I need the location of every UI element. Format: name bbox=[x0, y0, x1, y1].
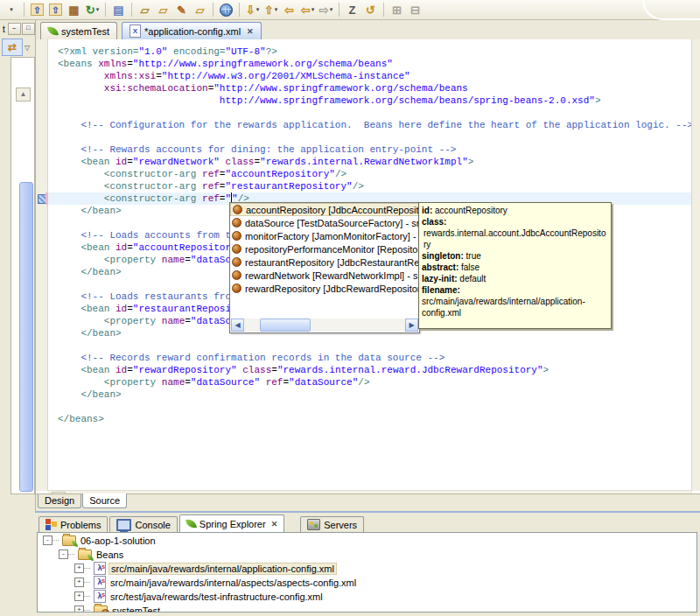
view-tab-console[interactable]: Console bbox=[109, 516, 177, 532]
tooltip-property-value: default bbox=[458, 274, 486, 284]
import-folder-button[interactable]: ▱ bbox=[136, 2, 153, 18]
close-tab-icon[interactable]: ✕ bbox=[247, 27, 254, 36]
editor-tab-systemtest[interactable]: systemTest bbox=[40, 22, 117, 39]
tree-connector bbox=[84, 596, 90, 597]
spring-explorer-tree[interactable]: -06-aop-1-solution-Beans+λSsrc/main/java… bbox=[37, 532, 697, 612]
code-token: = bbox=[185, 316, 191, 326]
vertical-scrollbar-thumb[interactable] bbox=[19, 182, 33, 492]
assist-proposal[interactable]: restaurantRepository [JdbcRestaurantRepo… bbox=[230, 256, 419, 269]
tree-item[interactable]: +systemTest bbox=[38, 604, 696, 612]
export-folder-button[interactable]: ▱ bbox=[155, 2, 172, 18]
code-token: </bean> bbox=[80, 206, 121, 216]
view-tab-spring-explorer[interactable]: Spring Explorer✕ bbox=[179, 514, 284, 532]
page-tab-design[interactable]: Design bbox=[38, 494, 81, 508]
bean-icon bbox=[232, 270, 242, 280]
assist-proposal[interactable]: rewardRepository [JdbcRewardRepository] … bbox=[230, 282, 419, 295]
toolbar-separator bbox=[24, 3, 24, 17]
form-page-button[interactable]: ▤ bbox=[110, 2, 127, 18]
collapse-toggle-icon[interactable]: - bbox=[43, 536, 52, 545]
marker-pen-button[interactable]: ✎ bbox=[173, 2, 190, 18]
expand-toggle-icon[interactable]: + bbox=[74, 592, 84, 601]
refresh-config-button[interactable]: ↺ bbox=[362, 2, 379, 18]
code-token: /> bbox=[335, 169, 346, 179]
refresh-button[interactable]: ↻▾ bbox=[84, 2, 101, 18]
minimize-view-button[interactable]: – bbox=[8, 23, 21, 35]
tree-connector bbox=[52, 540, 59, 541]
expand-toggle-icon[interactable]: + bbox=[74, 564, 84, 573]
collapse-all-button[interactable]: ⊟ bbox=[407, 2, 424, 18]
editor-tab-bar: systemTestX*application-config.xml✕ bbox=[36, 20, 700, 41]
assist-proposal[interactable]: dataSource [TestDataSourceFactory] - src… bbox=[230, 216, 419, 229]
tooltip-property-value: false bbox=[458, 262, 480, 272]
view-tab-problems[interactable]: Problems bbox=[38, 516, 108, 532]
code-token: "http://www.springframework.org/schema/b… bbox=[214, 83, 467, 94]
new-wizard-alt-button[interactable]: ⇧ bbox=[47, 2, 64, 18]
scroll-up-button[interactable]: ▲ bbox=[16, 88, 31, 102]
code-token: id bbox=[116, 157, 127, 167]
tooltip-property: id: accountRepository bbox=[422, 205, 608, 216]
page-tab-source[interactable]: Source bbox=[82, 494, 127, 508]
assist-proposal[interactable]: monitorFactory [JamonMonitorFactory] - s… bbox=[230, 229, 419, 242]
previous-annotation-button[interactable]: ⇧▾ bbox=[262, 2, 279, 18]
code-token: xsi:schemaLocation bbox=[104, 83, 208, 94]
collapse-toggle-icon[interactable]: - bbox=[59, 550, 68, 559]
assist-proposal-label: monitorFactory [JamonMonitorFactory] - s… bbox=[245, 231, 419, 242]
toolbar-separator bbox=[383, 3, 384, 17]
view-tab-bar: ProblemsConsoleSpring Explorer✕Servers bbox=[38, 514, 366, 532]
assist-proposal[interactable]: accountRepository [JdbcAccountRepository… bbox=[230, 203, 419, 216]
new-wizard-button[interactable]: ⇧ bbox=[29, 2, 46, 18]
code-token: <!-- Configuration for the rewards appli… bbox=[58, 120, 692, 130]
code-token: name bbox=[162, 255, 185, 265]
link-with-editor-button[interactable]: ⇄ bbox=[2, 38, 23, 56]
expand-toggle-icon[interactable]: + bbox=[74, 578, 84, 587]
code-token: <bean bbox=[80, 242, 116, 253]
code-line: <?xml version="1.0" encoding="UTF-8"?> bbox=[48, 46, 692, 58]
assist-proposal[interactable]: repositoryPerformanceMonitor [Repository… bbox=[230, 242, 419, 256]
beans-folder-icon bbox=[78, 550, 92, 560]
toolbar-group-dropdown[interactable]: ▾ bbox=[3, 2, 19, 18]
editor-tab-label: systemTest bbox=[61, 26, 109, 37]
minimized-view-tab[interactable]: t – □ bbox=[1, 22, 33, 36]
forward-button[interactable]: ⇨▾ bbox=[318, 2, 334, 18]
console-icon bbox=[116, 519, 131, 531]
code-token: </beans> bbox=[58, 414, 104, 424]
expand-toggle-icon[interactable]: + bbox=[74, 606, 84, 612]
view-tab-servers[interactable]: Servers bbox=[300, 516, 364, 532]
code-token: </bean> bbox=[80, 389, 121, 400]
tooltip-property: class:rewards.internal.account.JdbcAccou… bbox=[422, 216, 608, 250]
code-line: xmlns:xsi="http://www.w3.org/2001/XMLSch… bbox=[48, 70, 692, 82]
close-tab-icon[interactable]: ✕ bbox=[271, 520, 278, 528]
web-browser-button[interactable] bbox=[218, 2, 234, 18]
view-menu-dropdown-icon[interactable]: ▽ bbox=[24, 44, 30, 52]
scrollbar-track[interactable] bbox=[244, 318, 405, 332]
code-token: <!-- Records reward confirmation records… bbox=[58, 353, 444, 363]
toolbar-separator bbox=[339, 3, 340, 17]
tooltip-property: abstract: false bbox=[422, 262, 608, 273]
back-button[interactable]: ⇦▾ bbox=[299, 2, 316, 18]
open-folder-button[interactable]: ▱ bbox=[192, 2, 208, 18]
tree-item[interactable]: +λSsrc/main/java/rewards/internal/applic… bbox=[38, 562, 696, 575]
last-edit-location-button[interactable]: ⇦ bbox=[281, 2, 298, 18]
tree-item[interactable]: +λSsrc/test/java/rewards/test-infrastruc… bbox=[38, 590, 696, 603]
java-package-button[interactable]: ▦ bbox=[66, 2, 82, 18]
next-annotation-button[interactable]: ⇩▾ bbox=[244, 2, 261, 18]
tree-item[interactable]: -06-aop-1-solution bbox=[38, 534, 696, 547]
forward-icon: ⇨ bbox=[319, 4, 329, 16]
tree-item[interactable]: +λSsrc/main/java/rewards/internal/aspect… bbox=[38, 576, 696, 589]
scroll-left-button[interactable]: ◀ bbox=[231, 318, 244, 332]
scroll-right-button[interactable]: ▶ bbox=[405, 318, 418, 332]
maximize-view-button[interactable]: □ bbox=[22, 23, 35, 35]
refresh-config-icon: ↺ bbox=[366, 4, 375, 16]
refresh-icon: ↻ bbox=[86, 4, 95, 16]
code-token: <constructor-arg bbox=[104, 193, 202, 204]
scrollbar-thumb[interactable] bbox=[260, 318, 311, 332]
external-tools-button[interactable]: Z bbox=[344, 2, 360, 18]
content-assist-scrollbar[interactable]: ◀ ▶ bbox=[231, 318, 418, 332]
annotation-ruler[interactable] bbox=[36, 39, 48, 491]
editor-tab--application-config-xml[interactable]: X*application-config.xml✕ bbox=[122, 22, 262, 39]
tree-item[interactable]: -Beans bbox=[38, 548, 696, 561]
tooltip-property-value: accountRepository bbox=[432, 206, 508, 215]
overview-ruler[interactable] bbox=[691, 39, 700, 491]
expand-all-button[interactable]: ⊞ bbox=[388, 2, 405, 18]
assist-proposal[interactable]: rewardNetwork [RewardNetworkImpl] - src/… bbox=[230, 269, 419, 282]
